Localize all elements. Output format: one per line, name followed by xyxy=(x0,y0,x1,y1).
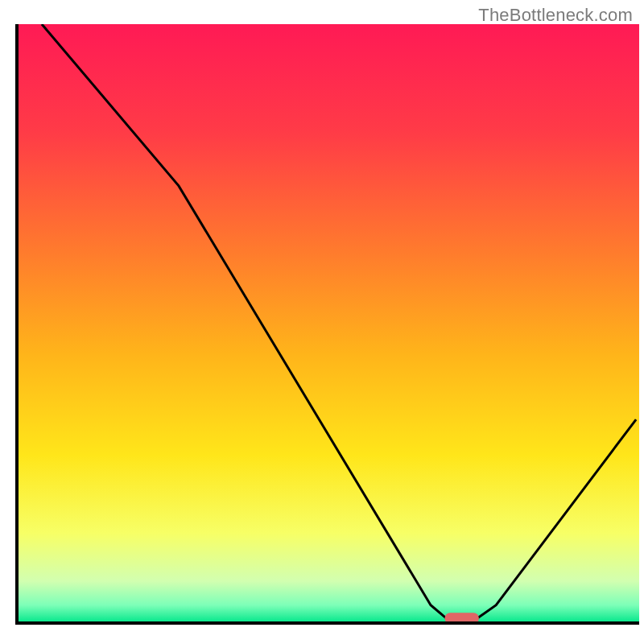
watermark-text: TheBottleneck.com xyxy=(478,5,633,26)
gradient-background xyxy=(17,24,639,623)
chart-container: TheBottleneck.com xyxy=(0,0,644,644)
bottleneck-chart xyxy=(0,0,644,644)
